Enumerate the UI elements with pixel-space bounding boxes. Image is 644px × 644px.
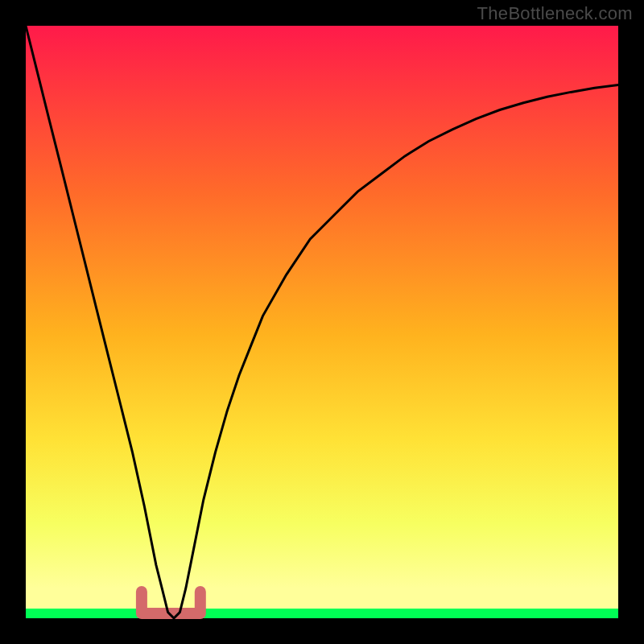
baseline-strip bbox=[26, 609, 618, 618]
plot-background bbox=[26, 26, 618, 618]
watermark-text: TheBottleneck.com bbox=[477, 3, 633, 24]
bottleneck-chart bbox=[0, 0, 644, 644]
chart-frame: TheBottleneck.com bbox=[0, 0, 644, 644]
